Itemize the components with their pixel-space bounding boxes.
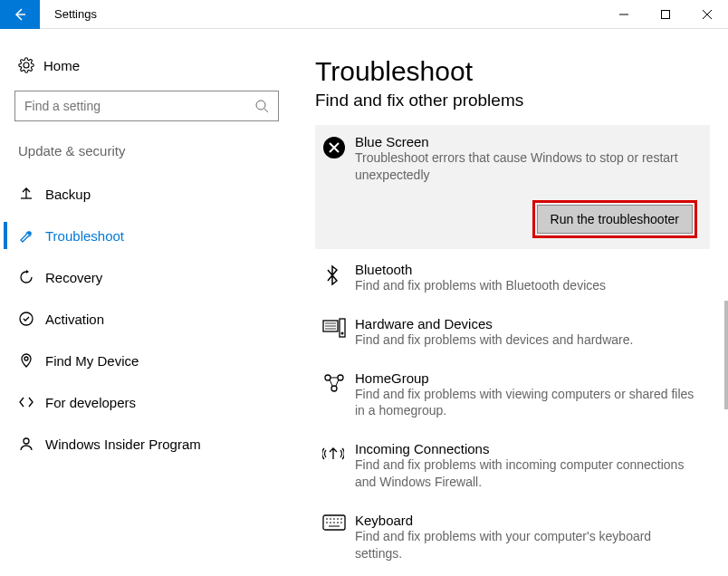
- sidebar-item-label: Find My Device: [45, 353, 139, 369]
- tshoot-desc: Find and fix problems with devices and h…: [355, 331, 701, 349]
- tshoot-desc: Find and fix problems with viewing compu…: [355, 386, 701, 420]
- svg-point-8: [341, 331, 344, 334]
- error-icon: [322, 134, 355, 184]
- check-icon: [18, 311, 45, 327]
- svg-point-3: [24, 357, 28, 360]
- sidebar-item-recovery[interactable]: Recovery: [14, 256, 279, 298]
- search-input[interactable]: [14, 91, 279, 121]
- tshoot-title: Incoming Connections: [355, 441, 701, 456]
- incoming-icon: [322, 441, 355, 491]
- tshoot-item-hardware[interactable]: Hardware and Devices Find and fix proble…: [315, 307, 710, 358]
- tshoot-item-homegroup[interactable]: HomeGroup Find and fix problems with vie…: [315, 361, 710, 429]
- minimize-button[interactable]: [603, 0, 645, 29]
- home-label: Home: [43, 58, 80, 73]
- tshoot-desc: Find and fix problems with Bluetooth dev…: [355, 277, 701, 294]
- tshoot-title: Blue Screen: [355, 134, 701, 149]
- sidebar-item-insider[interactable]: Windows Insider Program: [14, 423, 279, 465]
- sidebar: Home Update & security Backup Troublesho…: [0, 29, 290, 576]
- back-button[interactable]: [0, 0, 40, 29]
- window-title: Settings: [40, 7, 603, 21]
- sidebar-item-developers[interactable]: For developers: [14, 381, 279, 423]
- svg-rect-0: [662, 10, 670, 18]
- insider-icon: [18, 436, 45, 452]
- tshoot-desc: Find and fix problems with your computer…: [355, 528, 701, 562]
- tshoot-desc: Troubleshoot errors that cause Windows t…: [355, 149, 701, 184]
- sidebar-item-label: Troubleshoot: [45, 228, 124, 244]
- sidebar-item-troubleshoot[interactable]: Troubleshoot: [14, 215, 279, 256]
- sidebar-item-label: For developers: [45, 395, 136, 410]
- sidebar-item-findmydevice[interactable]: Find My Device: [14, 340, 279, 381]
- bluetooth-icon: [322, 262, 355, 294]
- maximize-button[interactable]: [645, 0, 686, 29]
- sidebar-item-label: Windows Insider Program: [45, 437, 201, 452]
- tshoot-title: Bluetooth: [355, 262, 701, 277]
- run-troubleshooter-button[interactable]: Run the troubleshooter: [537, 205, 693, 234]
- sidebar-item-backup[interactable]: Backup: [14, 173, 279, 215]
- location-icon: [18, 352, 45, 369]
- sidebar-item-label: Recovery: [45, 270, 102, 285]
- homegroup-icon: [322, 370, 355, 420]
- svg-point-2: [20, 312, 33, 325]
- search-icon: [254, 99, 269, 113]
- tshoot-item-incoming[interactable]: Incoming Connections Find and fix proble…: [315, 432, 710, 500]
- hardware-icon: [322, 316, 355, 349]
- titlebar: Settings: [0, 0, 728, 29]
- sidebar-item-label: Activation: [45, 312, 104, 327]
- scrollbar[interactable]: [724, 301, 728, 409]
- keyboard-icon: [322, 513, 355, 562]
- tshoot-title: HomeGroup: [355, 370, 701, 386]
- section-label: Update & security: [14, 143, 279, 158]
- home-link[interactable]: Home: [14, 47, 279, 83]
- tshoot-item-keyboard[interactable]: Keyboard Find and fix problems with your…: [315, 504, 710, 571]
- gear-icon: [18, 57, 43, 73]
- close-button[interactable]: [686, 0, 728, 29]
- sidebar-item-label: Backup: [45, 187, 91, 202]
- tshoot-title: Hardware and Devices: [355, 316, 701, 331]
- svg-point-11: [331, 386, 337, 391]
- page-subtitle: Find and fix other problems: [315, 91, 710, 110]
- window-controls: [603, 0, 728, 29]
- tshoot-title: Keyboard: [355, 513, 701, 528]
- svg-point-1: [256, 101, 265, 110]
- developers-icon: [18, 394, 45, 410]
- tshoot-item-bluetooth[interactable]: Bluetooth Find and fix problems with Blu…: [315, 253, 710, 303]
- wrench-icon: [18, 227, 45, 244]
- run-troubleshooter-highlight: Run the troubleshooter: [532, 200, 697, 238]
- main-content: Troubleshoot Find and fix other problems…: [290, 29, 728, 576]
- tshoot-desc: Find and fix problems with incoming comp…: [355, 456, 701, 491]
- recovery-icon: [18, 269, 45, 285]
- page-title: Troubleshoot: [315, 56, 710, 87]
- search-field[interactable]: [24, 99, 254, 113]
- svg-point-4: [24, 438, 29, 444]
- backup-icon: [18, 186, 45, 202]
- tshoot-item-bluescreen[interactable]: Blue Screen Troubleshoot errors that cau…: [315, 125, 710, 249]
- sidebar-item-activation[interactable]: Activation: [14, 298, 279, 340]
